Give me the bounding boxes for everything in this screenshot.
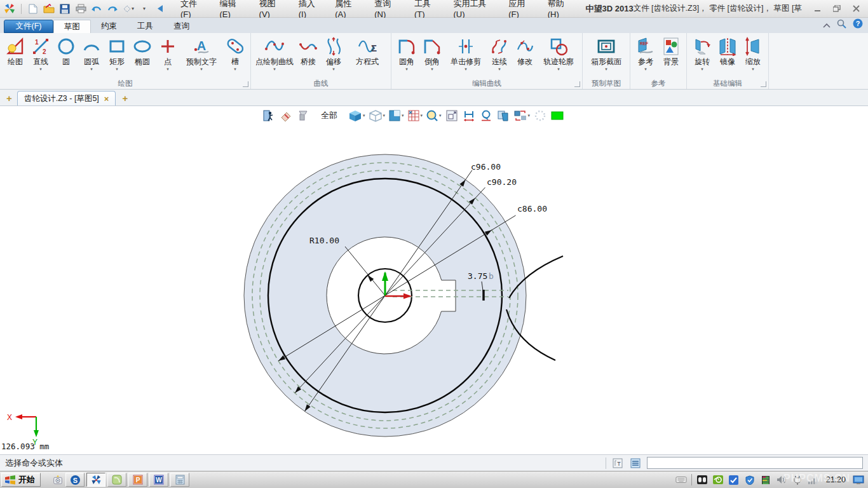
ribbon-item-point[interactable]: 点▾	[155, 34, 180, 78]
dim-label-r10[interactable]: R10.00	[309, 236, 339, 245]
toolbar-options-dropdown[interactable]: ▾	[139, 3, 150, 15]
ribbon-item-bridge[interactable]: 桥接▾	[295, 34, 321, 78]
tray-dolby-icon[interactable]	[696, 474, 708, 485]
taskbar-app-powerpoint[interactable]: P	[128, 473, 147, 487]
tab-constraint[interactable]: 约束	[91, 20, 127, 33]
tray-qq-icon[interactable]	[728, 474, 740, 485]
sketch-canvas[interactable]: c96.00 c90.20 c86.00 R10.00 3.75 b X Y 1…	[0, 106, 868, 454]
ribbon-item-equation[interactable]: Σ 方程式▾	[346, 34, 388, 78]
collapse-left-icon[interactable]	[154, 3, 166, 15]
ribbon-item-offset[interactable]: 偏移▾	[321, 34, 346, 78]
tray-grid-icon[interactable]	[760, 474, 771, 485]
ribbon-item-box-section[interactable]: 箱形截面▾	[585, 34, 627, 78]
dim-label-key[interactable]: 3.75	[468, 271, 487, 281]
exit-sketch-button[interactable]	[262, 109, 276, 123]
start-button[interactable]: 开始	[1, 473, 41, 487]
restore-button[interactable]	[827, 3, 846, 15]
wireframe-view-button[interactable]: ▾	[369, 109, 386, 123]
tab-sketch[interactable]: 草图	[53, 20, 91, 33]
swap-button[interactable]: ▾	[513, 109, 531, 123]
new-file-button[interactable]	[27, 3, 39, 15]
align-view-button[interactable]: ▾	[388, 109, 404, 123]
keyboard-layout-icon[interactable]	[675, 474, 687, 485]
tray-nvidia-icon[interactable]	[712, 474, 724, 485]
collapse-ribbon-icon[interactable]	[823, 19, 831, 30]
minimize-button[interactable]	[808, 3, 827, 15]
power-plug-icon[interactable]	[792, 474, 803, 485]
shaded-view-button[interactable]: ▾	[348, 109, 365, 123]
history-list-icon[interactable]	[629, 458, 642, 469]
circle-icon	[55, 36, 77, 57]
ribbon-item-fillet[interactable]: 圆角▾	[394, 34, 419, 78]
ref-geom-button[interactable]	[496, 109, 510, 123]
help-icon[interactable]: ?	[853, 18, 863, 31]
tray-shield-icon[interactable]	[744, 474, 756, 485]
ribbon-item-sketch[interactable]: 绘图▾	[3, 34, 28, 78]
show-desktop-icon[interactable]	[853, 474, 864, 485]
command-input[interactable]	[647, 457, 863, 469]
ribbon-item-ready-text[interactable]: A 预制文字▾	[180, 34, 222, 78]
network-signal-icon[interactable]	[808, 474, 819, 485]
taskbar-clock[interactable]: 21:20	[824, 475, 848, 484]
group-expander-icon[interactable]	[243, 81, 248, 87]
add-tab-button[interactable]: +	[116, 93, 133, 105]
radial-dim-button[interactable]	[479, 109, 493, 123]
ribbon-item-background[interactable]: 背景▾	[658, 34, 684, 78]
ribbon-item-continue[interactable]: 连续▾	[487, 34, 512, 78]
selection-mode-dropdown[interactable]: ▾	[123, 3, 134, 15]
input-options-icon[interactable]: T	[611, 458, 624, 469]
ribbon-item-circle[interactable]: 圆▾	[53, 34, 79, 78]
linear-dim-button[interactable]	[462, 109, 476, 123]
ribbon-item-reference[interactable]: REF 参考▾	[633, 34, 658, 78]
ribbon-item-power-trim[interactable]: 单击修剪▾	[445, 34, 487, 78]
ribbon-item-slot[interactable]: 槽▾	[222, 34, 248, 78]
ribbon-item-mirror[interactable]: 镜像▾	[715, 34, 740, 78]
ribbon-item-scale[interactable]: 缩放▾	[740, 34, 766, 78]
display-all-dropdown[interactable]: 全部	[313, 109, 345, 123]
pattern-button[interactable]	[533, 109, 547, 123]
save-button[interactable]	[59, 3, 71, 15]
tab-inquire[interactable]: 查询	[163, 20, 200, 33]
ribbon-item-modify[interactable]: 修改▾	[512, 34, 538, 78]
ribbon-item-chamfer[interactable]: 倒角▾	[419, 34, 445, 78]
color-swatch[interactable]	[550, 109, 564, 123]
redo-button[interactable]	[107, 3, 118, 15]
new-doc-plus-icon[interactable]: +	[0, 93, 17, 105]
erase-button[interactable]	[279, 109, 293, 123]
ribbon-item-ellipse[interactable]: 椭圆▾	[130, 34, 155, 78]
search-icon[interactable]	[837, 19, 846, 31]
group-expander-icon[interactable]	[574, 81, 580, 87]
close-button[interactable]	[846, 3, 865, 15]
volume-icon[interactable]	[776, 474, 787, 485]
ribbon-item-line[interactable]: 12 直线▾	[28, 34, 53, 78]
grid-button[interactable]: ▾	[407, 109, 423, 123]
ribbon-item-arc[interactable]: 圆弧▾	[79, 34, 104, 78]
taskbar-app-zw3d[interactable]	[86, 473, 105, 487]
filter-button[interactable]	[296, 109, 310, 123]
ribbon-item-label: 矩形	[109, 57, 125, 66]
dim-label-d96[interactable]: c96.00	[471, 162, 501, 172]
ribbon-item-rotate[interactable]: 旋转▾	[689, 34, 715, 78]
zoom-button[interactable]: ▾	[426, 109, 442, 123]
dim-label-d90[interactable]: c90.20	[487, 177, 517, 187]
screen-recorder-icon[interactable]	[52, 474, 64, 485]
print-button[interactable]	[75, 3, 86, 15]
taskbar-app-calculator[interactable]	[170, 473, 189, 487]
zoom-window-button[interactable]	[445, 109, 459, 123]
tab-tools[interactable]: 工具	[127, 20, 163, 33]
dim-label-d86[interactable]: c86.00	[517, 204, 547, 214]
document-tab-active[interactable]: 齿轮设计.Z3 - [草图5] ×	[17, 91, 116, 105]
open-file-button[interactable]	[43, 3, 55, 15]
group-expander-icon[interactable]	[761, 81, 766, 87]
taskbar-app-notes[interactable]	[107, 473, 126, 487]
file-menu-button[interactable]: 文件(F)	[4, 20, 53, 33]
tab-close-icon[interactable]: ×	[104, 94, 109, 104]
taskbar-app-word[interactable]: W	[149, 473, 168, 487]
ribbon-item-rectangle[interactable]: 矩形▾	[104, 34, 130, 78]
undo-button[interactable]	[91, 3, 102, 15]
ribbon-item-spline[interactable]: 点绘制曲线▾	[254, 34, 295, 78]
ribbon-item-track-profile[interactable]: 轨迹轮廓▾	[538, 34, 580, 78]
taskbar-app-browser[interactable]: S	[65, 473, 85, 487]
da-toolbar: 全部 ▾ ▾ ▾ ▾ ▾ ▾	[262, 108, 564, 123]
gear-sketch-drawing[interactable]: c96.00 c90.20 c86.00 R10.00 3.75 b X Y 1…	[0, 106, 868, 454]
